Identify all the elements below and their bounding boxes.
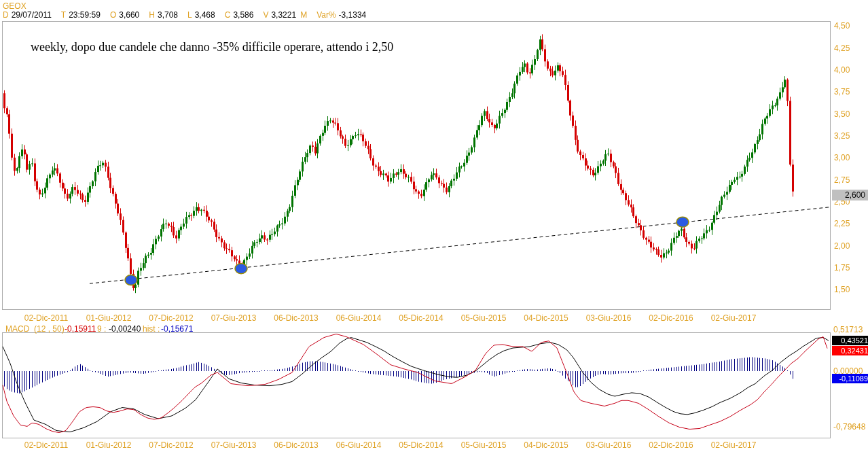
date-tick-label: 02-Giu-2017 [711, 440, 757, 450]
macd-line-badge: 0,32431 [832, 346, 868, 355]
date-tick-label: 07-Dic-2012 [149, 440, 193, 450]
date-tick-label: 05-Dic-2014 [399, 440, 443, 450]
price-tick-label: 3,25 [834, 131, 850, 141]
quote-field-value: 23:59:59 [69, 10, 101, 20]
price-tick-label: 3,75 [834, 87, 850, 97]
price-tick-label: 1,50 [834, 285, 850, 294]
quote-field-value: 3,586 [233, 10, 253, 20]
quote-field-label: C [225, 10, 231, 20]
macd-value: -0,15911 [65, 324, 96, 334]
quote-field-value: 3,3221 [271, 10, 296, 20]
date-tick-label: 02-Dic-2011 [24, 440, 68, 450]
quote-field-label: Var% [317, 10, 336, 20]
quote-field-label: H [149, 10, 155, 20]
price-tick-label: 4,50 [834, 21, 850, 31]
price-tick-label: 4,25 [834, 43, 850, 53]
date-tick-label: 06-Dic-2013 [274, 313, 318, 323]
symbol-label: GEOX [3, 1, 26, 11]
date-tick-label: 07-Dic-2012 [149, 313, 193, 323]
chart-annotation: weekly, dopo due candele che danno -35% … [31, 40, 393, 54]
chart-window: GEOX D29/07/2011T23:59:59O3,660H3,708L3,… [0, 0, 868, 454]
price-tick-label: 1,75 [834, 263, 850, 273]
date-tick-label: 01-Giu-2012 [86, 313, 132, 323]
quote-field-label: T [61, 10, 66, 20]
price-tick-label: 2,75 [834, 175, 850, 185]
date-tick-label: 02-Dic-2011 [24, 313, 68, 323]
date-tick-label: 04-Dic-2015 [524, 313, 568, 323]
macd-hist-value: -0,15671 [161, 324, 193, 334]
date-tick-label: 05-Giu-2015 [461, 313, 507, 323]
date-tick-label: 02-Giu-2017 [711, 313, 757, 323]
price-tick-label: 2,25 [834, 219, 850, 228]
quote-field-value: 3,468 [195, 10, 215, 20]
macd-signal-badge: 0,43521 [832, 336, 868, 345]
macd-name: MACD [5, 324, 29, 334]
macd-axis-top-label: 0,51713 [833, 325, 863, 334]
macd-hist-badge: -0,11089 [832, 374, 868, 383]
macd-axis-bottom-label: -0,79648 [833, 422, 865, 432]
date-tick-label: 06-Giu-2014 [336, 440, 382, 450]
chart-canvas[interactable] [0, 0, 868, 454]
quote-field-value: 3,660 [119, 10, 139, 20]
quote-field-value: 3,708 [158, 10, 178, 20]
quote-field-label: D [3, 10, 9, 20]
price-tick-label: 4,00 [834, 65, 850, 75]
quote-field-value: -3,1334 [339, 10, 367, 20]
symbol-title: GEOX [3, 1, 26, 11]
date-tick-label: 06-Dic-2013 [274, 440, 318, 450]
date-tick-label: 06-Giu-2014 [336, 313, 382, 323]
date-tick-label: 07-Giu-2013 [211, 440, 257, 450]
price-tick-label: 2,00 [834, 241, 850, 251]
macd-signal-value: -0,00240 [109, 324, 141, 334]
date-tick-label: 04-Dic-2015 [524, 440, 568, 450]
date-tick-label: 03-Giu-2016 [586, 440, 632, 450]
date-tick-label: 01-Giu-2012 [86, 440, 132, 450]
date-tick-label: 03-Giu-2016 [586, 313, 632, 323]
quote-field-label: O [110, 10, 116, 20]
date-tick-label: 07-Giu-2013 [211, 313, 257, 323]
quote-field-value: 29/07/2011 [12, 10, 52, 20]
last-price-badge: 2,600 [832, 190, 868, 200]
price-tick-label: 3,50 [834, 109, 850, 119]
date-tick-label: 02-Dic-2016 [649, 440, 693, 450]
quote-field-label: L [187, 10, 192, 20]
macd-signal-label: 9 : [97, 324, 106, 334]
date-tick-label: 05-Dic-2014 [399, 313, 443, 323]
macd-params: (12 , 50) : [34, 324, 69, 334]
date-tick-label: 02-Dic-2016 [649, 313, 693, 323]
price-tick-label: 3,00 [834, 153, 850, 162]
quote-info-bar: D29/07/2011T23:59:59O3,660H3,708L3,468C3… [3, 10, 376, 20]
date-tick-label: 05-Giu-2015 [461, 440, 507, 450]
quote-field-label: V [263, 10, 268, 20]
macd-hist-label: hist : [143, 324, 160, 334]
quote-field-suffix: M [300, 10, 307, 20]
